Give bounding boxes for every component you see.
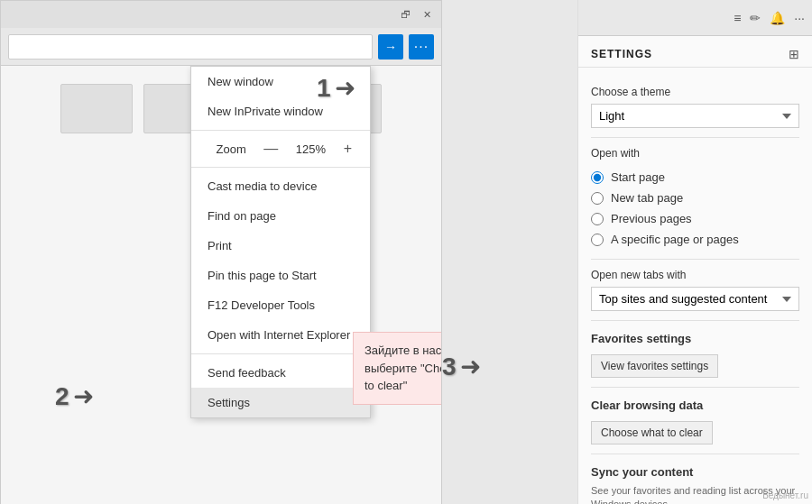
title-bar: 🗗 ✕	[1, 1, 441, 28]
view-favorites-button[interactable]: View favorites settings	[591, 354, 718, 378]
theme-select[interactable]: Light Dark	[591, 104, 799, 128]
menu-item-settings[interactable]: Settings	[191, 388, 370, 417]
thumbnail-1	[60, 84, 133, 133]
address-bar[interactable]	[8, 34, 373, 60]
menu-item-pin[interactable]: Pin this page to Start	[191, 261, 370, 290]
divider-2	[591, 259, 799, 260]
divider-5	[591, 454, 799, 454]
radio-new-tab-label: New tab page	[611, 191, 683, 205]
divider-1	[591, 137, 799, 138]
annotation-num-3: 3	[442, 353, 457, 381]
menu-divider-2	[191, 167, 370, 168]
browser-window: 🗗 ✕ → ··· New window New InPrivate windo…	[0, 0, 442, 504]
radio-specific-page[interactable]: A specific page or pages	[591, 229, 799, 250]
menu-divider-3	[191, 353, 370, 354]
theme-label: Choose a theme	[591, 86, 799, 98]
radio-specific-page-label: A specific page or pages	[611, 233, 739, 246]
radio-start-page[interactable]: Start page	[591, 167, 799, 188]
dock-icon[interactable]: ⊞	[789, 47, 799, 61]
annotation-num-1: 1	[317, 74, 331, 103]
bell-icon[interactable]: 🔔	[770, 11, 785, 25]
radio-previous-pages-input[interactable]	[591, 213, 604, 225]
menu-item-devtools[interactable]: F12 Developer Tools	[191, 290, 370, 320]
radio-specific-page-input[interactable]	[591, 234, 604, 246]
zoom-value: 125%	[287, 142, 334, 156]
favorites-title: Favorites settings	[591, 332, 799, 345]
open-with-label: Open with	[591, 147, 799, 160]
choose-what-to-clear-button[interactable]: Choose what to clear	[591, 421, 713, 444]
open-with-radio-group: Start page New tab page Previous pages A…	[591, 167, 799, 250]
watermark: Бедынет.ru	[762, 490, 808, 500]
menu-divider-1	[191, 130, 370, 131]
radio-start-page-label: Start page	[611, 170, 665, 184]
annotation-num-2: 2	[55, 382, 69, 411]
menu-item-ie[interactable]: Open with Internet Explorer	[191, 320, 370, 350]
settings-topbar: ≡ ✏ 🔔 ···	[578, 0, 812, 36]
annotation-arrow-3: ➜	[460, 352, 481, 381]
tooltip-text: Зайдите в настройки и выберите "Choose w…	[364, 344, 441, 392]
browser-content: New window New InPrivate window Zoom — 1…	[1, 66, 441, 504]
annotation-2: 2 ➜	[55, 381, 94, 411]
settings-title: SETTINGS	[591, 48, 652, 60]
radio-previous-pages[interactable]: Previous pages	[591, 208, 799, 229]
zoom-minus-button[interactable]: —	[262, 141, 280, 157]
zoom-plus-button[interactable]: +	[342, 141, 354, 157]
tooltip-box: Зайдите в настройки и выберите "Choose w…	[353, 332, 441, 405]
menu-item-find[interactable]: Find on page	[191, 201, 370, 231]
annotation-3: 3 ➜	[442, 352, 481, 381]
settings-body: Choose a theme Light Dark Open with Star…	[578, 68, 812, 504]
more-button[interactable]: ···	[409, 34, 434, 60]
radio-previous-pages-label: Previous pages	[611, 212, 692, 225]
menu-item-print[interactable]: Print	[191, 231, 370, 261]
close-button[interactable]: ✕	[420, 7, 434, 22]
open-new-tabs-select[interactable]: Top sites and suggested content A blank …	[591, 287, 799, 311]
annotation-arrow-1: ➜	[335, 73, 355, 103]
radio-new-tab[interactable]: New tab page	[591, 188, 799, 208]
clear-browsing-title: Clear browsing data	[591, 399, 799, 412]
zoom-label: Zoom	[208, 142, 254, 156]
open-new-tabs-label: Open new tabs with	[591, 269, 799, 281]
annotation-arrow-2: ➜	[73, 381, 94, 411]
radio-new-tab-input[interactable]	[591, 192, 604, 205]
radio-start-page-input[interactable]	[591, 171, 604, 184]
divider-3	[591, 320, 799, 321]
restore-button[interactable]: 🗗	[398, 7, 412, 22]
annotation-1: 1 ➜	[317, 73, 355, 103]
hamburger-icon[interactable]: ≡	[734, 11, 741, 25]
more-icon[interactable]: ···	[794, 11, 805, 25]
sync-title: Sync your content	[591, 465, 799, 479]
dropdown-menu: New window New InPrivate window Zoom — 1…	[190, 66, 371, 418]
menu-item-cast[interactable]: Cast media to device	[191, 171, 370, 201]
go-button[interactable]: →	[378, 34, 403, 60]
nav-bar: → ···	[1, 28, 441, 66]
settings-panel: ≡ ✏ 🔔 ··· SETTINGS ⊞ Choose a theme Ligh…	[577, 0, 812, 504]
zoom-control: Zoom — 125% +	[191, 134, 370, 163]
edit-icon[interactable]: ✏	[750, 11, 761, 25]
settings-header: SETTINGS ⊞	[578, 36, 812, 68]
menu-item-feedback[interactable]: Send feedback	[191, 358, 370, 388]
divider-4	[591, 387, 799, 388]
